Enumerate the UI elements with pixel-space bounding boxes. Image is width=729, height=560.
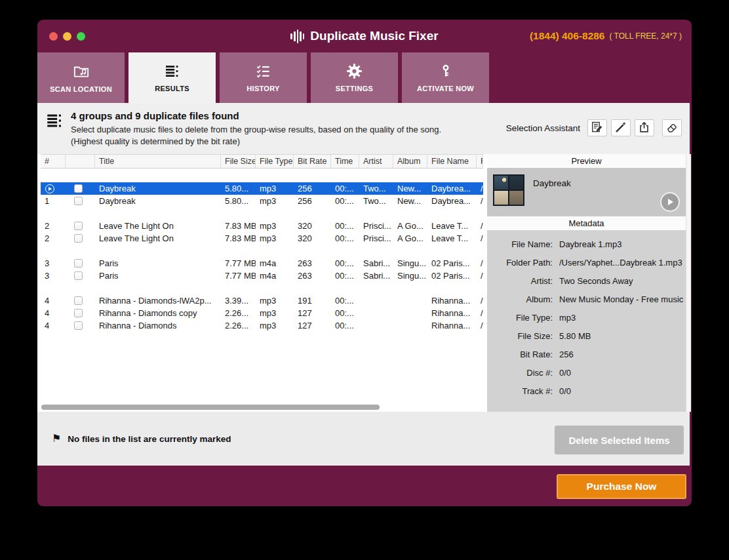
col-time[interactable]: Time (331, 155, 359, 168)
tab-label: HISTORY (246, 85, 279, 92)
cell-artist: Sabri... (359, 258, 393, 268)
metadata-value: 256 (559, 350, 686, 359)
table-header-row: # Title File Size File Type Bit Rate Tim… (41, 154, 483, 169)
col-file-type[interactable]: File Type (256, 155, 294, 168)
cell-checkbox (66, 234, 95, 243)
checklist-icon (256, 64, 271, 79)
app-title: Duplicate Music Fixer (310, 29, 438, 43)
tab-scan-location[interactable]: SCAN LOCATION (37, 52, 125, 103)
group-gap (41, 245, 483, 257)
cell-file-type: mp3 (256, 233, 294, 243)
cell-time: 00:... (331, 233, 359, 243)
tab-label: SETTINGS (336, 85, 373, 92)
folder-music-icon (73, 63, 90, 80)
horizontal-scrollbar[interactable] (41, 405, 483, 410)
table-row[interactable]: 3Paris7.77 MBm4a26300:...Sabri...Singu..… (41, 270, 483, 282)
table-row[interactable]: 4Rihanna - Diamonds-lWA2p...3.39...mp319… (41, 294, 483, 307)
cell-group-number: 3 (41, 258, 66, 268)
row-checkbox[interactable] (74, 271, 83, 280)
cell-bit-rate: 127 (294, 308, 331, 318)
cell-checkbox (66, 222, 95, 230)
edit-note-icon (591, 121, 604, 136)
tab-label: ACTIVATE NOW (417, 85, 474, 92)
metadata-row: Folder Path:/Users/Yaphet...Daybreak 1.m… (487, 258, 686, 268)
magic-wand-icon (614, 121, 627, 136)
row-checkbox[interactable] (74, 184, 83, 193)
col-artist[interactable]: Artist (359, 155, 393, 168)
col-album[interactable]: Album (393, 155, 427, 168)
table-row[interactable]: 4Rihanna - Diamonds copy2.26...mp312700:… (41, 307, 483, 319)
footer-bar: Purchase Now (37, 466, 692, 506)
tab-results[interactable]: RESULTS (128, 52, 216, 103)
metadata-label: Artist: (487, 276, 553, 286)
metadata-row: Artist:Two Seconds Away (487, 276, 686, 286)
panel-scrollbar[interactable] (686, 154, 691, 412)
delete-selected-button[interactable]: Delete Selected Items (555, 426, 684, 454)
col-file-size[interactable]: File Size (221, 155, 256, 168)
scrollbar-thumb[interactable] (41, 405, 380, 410)
gear-icon (346, 63, 363, 79)
clear-selection-button[interactable] (662, 119, 682, 136)
metadata-label: Folder Path: (487, 258, 553, 268)
metadata-row: Track #:0/0 (487, 386, 686, 396)
export-button[interactable] (635, 119, 654, 136)
table-row[interactable]: 4Rihanna - Diamonds2.26...mp312700:...Ri… (41, 319, 483, 332)
row-checkbox[interactable] (74, 296, 83, 305)
cell-checkbox (66, 271, 95, 280)
cell-file-type: mp3 (256, 196, 294, 206)
cell-folder-path: /U (477, 258, 483, 268)
col-bit-rate[interactable]: Bit Rate (294, 155, 331, 168)
row-checkbox[interactable] (74, 222, 83, 230)
row-checkbox[interactable] (74, 259, 83, 268)
cell-file-type: mp3 (256, 296, 294, 306)
cell-title: Paris (95, 271, 221, 281)
cell-album: A Go... (393, 233, 427, 243)
col-folder-path[interactable]: F (477, 155, 483, 168)
cell-bit-rate: 320 (294, 221, 331, 231)
row-checkbox[interactable] (74, 197, 83, 205)
row-checkbox[interactable] (74, 321, 83, 330)
cell-file-size: 7.83 MB (221, 221, 256, 231)
cell-time: 00:... (331, 221, 359, 231)
col-file-name[interactable]: File Name (427, 155, 477, 168)
cell-time: 00:... (331, 271, 359, 281)
row-checkbox[interactable] (74, 234, 83, 243)
auto-select-button[interactable] (611, 119, 631, 136)
table-row[interactable]: 1Daybreak5.80...mp325600:...Two...New...… (41, 195, 483, 207)
metadata-row: File Name:Daybreak 1.mp3 (487, 239, 686, 249)
cell-title: Daybreak (95, 196, 221, 206)
col-title[interactable]: Title (95, 155, 221, 168)
edit-selection-button[interactable] (587, 119, 607, 136)
cell-checkbox (66, 296, 95, 305)
cell-bit-rate: 256 (294, 184, 331, 193)
cell-file-name: Leave T... (427, 233, 477, 243)
metadata-label: File Size: (487, 331, 553, 341)
tab-activate-now[interactable]: ACTIVATE NOW (402, 52, 489, 103)
table-row[interactable]: Daybreak5.80...mp325600:...Two...New...D… (41, 182, 483, 195)
results-table-body: Daybreak5.80...mp325600:...Two...New...D… (41, 169, 483, 332)
detail-panel: Preview Daybreak Metadata File Name:Dayb… (487, 154, 686, 412)
cell-folder-path: /U (477, 308, 483, 318)
metadata-value: 0/0 (559, 386, 686, 396)
purchase-now-button[interactable]: Purchase Now (557, 474, 686, 499)
table-row[interactable]: 2Leave The Light On7.83 MBmp332000:...Pr… (41, 232, 483, 245)
cell-file-type: mp3 (256, 184, 294, 193)
col-checkbox[interactable] (66, 155, 95, 168)
play-button[interactable] (660, 192, 680, 212)
cell-bit-rate: 320 (294, 233, 331, 243)
col-group-number[interactable]: # (41, 155, 66, 168)
cell-file-size: 3.39... (221, 296, 256, 306)
tab-settings[interactable]: SETTINGS (311, 52, 398, 103)
tab-history[interactable]: HISTORY (220, 52, 307, 103)
cell-album: New... (393, 196, 427, 206)
cell-group-number: 3 (41, 271, 66, 281)
cell-file-size: 5.80... (221, 184, 256, 193)
cell-file-name: 02 Paris... (427, 258, 477, 268)
table-row[interactable]: 2Leave The Light On7.83 MBmp332000:...Pr… (41, 220, 483, 232)
results-area: # Title File Size File Type Bit Rate Tim… (37, 154, 690, 412)
row-play-icon[interactable] (45, 184, 54, 193)
metadata-label: Bit Rate: (487, 350, 553, 359)
table-row[interactable]: 3Paris7.77 MBm4a26300:...Sabri...Singu..… (41, 257, 483, 270)
flag-icon: ⚑ (52, 433, 61, 444)
row-checkbox[interactable] (74, 309, 83, 317)
